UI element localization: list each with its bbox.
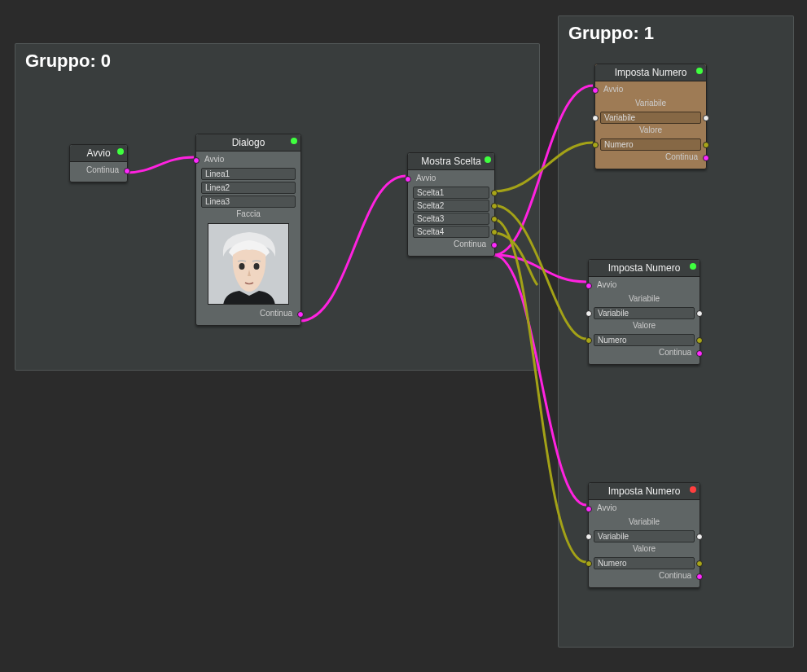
scelta4-field[interactable]: [413, 226, 489, 238]
node-dialogo[interactable]: Dialogo Avvio Faccia: [195, 134, 301, 326]
port-row-continua: Continua: [413, 239, 489, 252]
dialogo-face-image[interactable]: [208, 223, 289, 305]
label-valore: Valore: [594, 543, 695, 556]
group-1-title: Gruppo: 1: [559, 16, 793, 51]
label-avvio: Avvio: [597, 503, 616, 512]
port-row-avvio: Avvio: [413, 173, 489, 186]
label-variabile: Variabile: [600, 98, 701, 111]
node-editor-canvas[interactable]: Gruppo: 0 Gruppo: 1 Avvio Continua: [0, 0, 807, 672]
node-scelta-title: Mostra Scelta: [421, 156, 480, 167]
numero-field[interactable]: [594, 557, 695, 569]
port-row-continua: Continua: [75, 165, 122, 178]
node-imposta-2-header[interactable]: Imposta Numero: [589, 260, 700, 277]
input-port[interactable]: [592, 87, 599, 94]
svg-point-2: [254, 263, 260, 270]
scelta3-field[interactable]: [413, 213, 489, 225]
variabile-field[interactable]: [600, 112, 701, 124]
node-avvio-title: Avvio: [86, 147, 110, 159]
variabile-field[interactable]: [594, 307, 695, 319]
node-dialogo-header[interactable]: Dialogo: [196, 134, 300, 152]
variabile-out-port[interactable]: [696, 310, 703, 317]
numero-field[interactable]: [594, 334, 695, 346]
variabile-out-port[interactable]: [696, 534, 703, 540]
numero-in-port[interactable]: [592, 142, 599, 148]
node-scelta-header[interactable]: Mostra Scelta: [408, 153, 494, 170]
node-avvio-header[interactable]: Avvio: [70, 145, 127, 162]
output-port[interactable]: [124, 168, 130, 174]
output-port[interactable]: [696, 573, 703, 580]
node-dialogo-title: Dialogo: [232, 137, 265, 148]
status-dot-icon: [117, 148, 124, 155]
input-port[interactable]: [193, 157, 200, 164]
svg-point-1: [239, 263, 245, 270]
numero-in-port[interactable]: [586, 560, 592, 567]
scelta2-output-port[interactable]: [491, 203, 498, 209]
output-port[interactable]: [696, 350, 703, 357]
status-dot-icon: [291, 138, 297, 144]
dialogo-linea1-field[interactable]: [201, 168, 296, 180]
output-port[interactable]: [297, 311, 304, 318]
node-imposta-2[interactable]: Imposta Numero Avvio Variabile Valore Co…: [588, 259, 700, 365]
node-imposta-3-header[interactable]: Imposta Numero: [589, 483, 700, 500]
numero-out-port[interactable]: [696, 337, 703, 344]
node-imposta-title: Imposta Numero: [615, 67, 687, 78]
port-row-continua: Continua: [201, 308, 296, 321]
node-imposta-1-header[interactable]: Imposta Numero: [595, 64, 706, 81]
output-port[interactable]: [703, 155, 709, 161]
variabile-in-port[interactable]: [586, 534, 592, 540]
status-dot-icon: [485, 156, 491, 163]
label-avvio: Avvio: [597, 280, 616, 289]
node-imposta-title: Imposta Numero: [608, 485, 681, 497]
input-port[interactable]: [586, 506, 592, 512]
label-continua: Continua: [659, 348, 691, 357]
input-port[interactable]: [405, 176, 411, 182]
variabile-in-port[interactable]: [592, 115, 599, 121]
variabile-out-port[interactable]: [703, 115, 709, 121]
dialogo-linea2-field[interactable]: [201, 182, 296, 194]
node-scelta[interactable]: Mostra Scelta Avvio: [407, 152, 495, 257]
label-valore: Valore: [594, 320, 695, 333]
node-imposta-title: Imposta Numero: [608, 262, 681, 274]
label-continua: Continua: [665, 152, 698, 161]
dialogo-faccia-label: Faccia: [201, 209, 296, 222]
variabile-in-port[interactable]: [586, 310, 592, 317]
output-port[interactable]: [491, 242, 498, 248]
dialogo-linea3-field[interactable]: [201, 195, 296, 208]
label-variabile: Variabile: [594, 516, 695, 529]
numero-out-port[interactable]: [696, 560, 703, 567]
input-port[interactable]: [586, 283, 592, 289]
status-dot-icon: [690, 486, 696, 493]
numero-out-port[interactable]: [703, 142, 709, 148]
numero-field[interactable]: [600, 138, 701, 151]
group-0-title: Gruppo: 0: [15, 44, 539, 78]
label-continua: Continua: [659, 571, 691, 580]
scelta3-output-port[interactable]: [491, 216, 498, 222]
node-avvio[interactable]: Avvio Continua: [69, 144, 128, 182]
label-valore: Valore: [600, 125, 701, 138]
label-variabile: Variabile: [594, 293, 695, 306]
port-row-avvio: Avvio: [201, 154, 296, 167]
scelta1-field[interactable]: [413, 187, 489, 199]
scelta1-output-port[interactable]: [491, 190, 498, 196]
label-avvio: Avvio: [603, 85, 623, 94]
node-imposta-1[interactable]: Imposta Numero Avvio Variabile Valore Co…: [594, 64, 707, 169]
node-imposta-3[interactable]: Imposta Numero Avvio Variabile Valore Co…: [588, 482, 700, 588]
numero-in-port[interactable]: [586, 337, 592, 344]
variabile-field[interactable]: [594, 530, 695, 542]
status-dot-icon: [690, 263, 696, 270]
status-dot-icon: [696, 68, 703, 74]
scelta4-output-port[interactable]: [491, 229, 498, 235]
scelta2-field[interactable]: [413, 200, 489, 212]
